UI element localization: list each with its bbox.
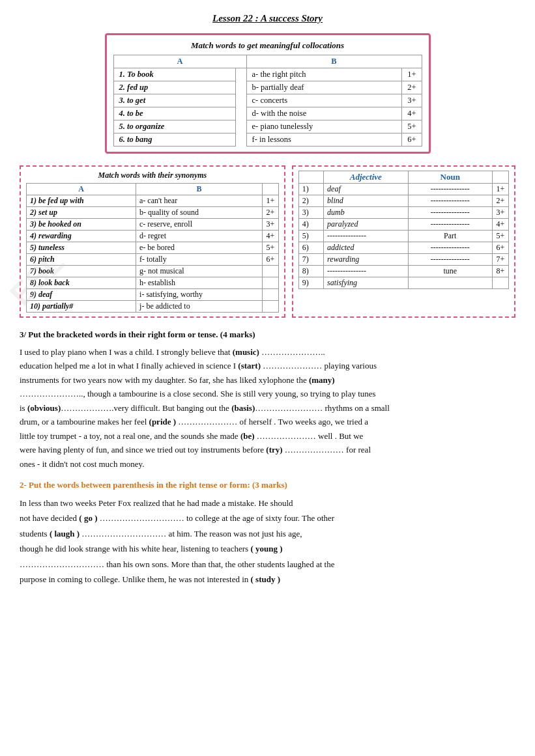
table-row: 10) partially# j- be addicted to xyxy=(27,301,279,313)
section4: 2- Put the words between parenthesis in … xyxy=(20,480,515,587)
adj-col-adj-header: Adjective xyxy=(324,171,408,184)
table-row: 4. to be d- with the noise 4+ xyxy=(113,107,422,120)
adj-noun-box: Adjective Noun 1) deaf --------------- 1… xyxy=(292,165,515,318)
table-row: 4) paralyzed --------------- 4+ xyxy=(298,219,508,231)
table-row: 6. to bang f- in lessons 6+ xyxy=(113,133,422,147)
synonyms-instruction: Match words with their synonyms xyxy=(26,171,279,180)
section1-box: Match words to get meaningful collocatio… xyxy=(105,33,431,154)
adj-col-noun-header: Noun xyxy=(408,171,492,184)
section2-wrapper: Match words with their synonyms A B 1) b… xyxy=(20,165,515,318)
table-row: 1) be fed up with a- can't hear 1+ xyxy=(27,195,279,207)
table-row: 2) set up b- quality of sound 2+ xyxy=(27,207,279,219)
page-title: Lesson 22 : A success Story xyxy=(20,13,515,24)
section1-table: A B 1. To book a- the right pitch 1+ 2. … xyxy=(113,55,422,147)
table-row: 5) tuneless e- be bored 5+ xyxy=(27,242,279,254)
synonyms-table: A B 1) be fed up with a- can't hear 1+ 2… xyxy=(26,183,279,313)
table-row: 2) blind --------------- 2+ xyxy=(298,195,508,207)
col-b-header: B xyxy=(246,55,422,68)
section4-title: 2- Put the words between parenthesis in … xyxy=(20,480,515,490)
table-row: 5) --------------- Part 5+ xyxy=(298,231,508,242)
adj-noun-table: Adjective Noun 1) deaf --------------- 1… xyxy=(298,171,509,289)
table-row: 6) addicted --------------- 6+ xyxy=(298,242,508,254)
table-row: 3) dumb --------------- 3+ xyxy=(298,207,508,219)
adj-col-num-header xyxy=(298,171,323,184)
section1-instruction: Match words to get meaningful collocatio… xyxy=(113,40,422,51)
table-row: 6) pitch f- totally 6+ xyxy=(27,254,279,266)
table-row: 1. To book a- the right pitch 1+ xyxy=(113,68,422,81)
table-row: 8) --------------- tune 8+ xyxy=(298,266,508,277)
table-row: 3. to get c- concerts 3+ xyxy=(113,94,422,107)
adj-col-score-header xyxy=(493,171,509,184)
col-a-header: A xyxy=(113,55,246,68)
table-row: 9) satisfying xyxy=(298,277,508,289)
table-row: 3) be hooked on c- reserve, enroll 3+ xyxy=(27,219,279,231)
section3-title: 3/ Put the bracketed words in their righ… xyxy=(20,329,515,340)
table-row: 1) deaf --------------- 1+ xyxy=(298,184,508,195)
syn-col-b-header: B xyxy=(136,184,263,195)
table-row: 9) deaf i- satisfying, worthy xyxy=(27,289,279,301)
table-row: 7) book g- not musical xyxy=(27,266,279,277)
syn-col-score-header xyxy=(262,184,278,195)
section4-body: In less than two weeks Peter Fox realize… xyxy=(20,496,515,587)
synonyms-box: Match words with their synonyms A B 1) b… xyxy=(20,165,285,318)
table-row: 4) rewarding d- regret 4+ xyxy=(27,231,279,242)
table-row: 5. to organize e- piano tunelessly 5+ xyxy=(113,120,422,133)
section3: 3/ Put the bracketed words in their righ… xyxy=(20,329,515,471)
section3-body: I used to play piano when I was a child.… xyxy=(20,345,515,471)
table-row: 8) look back h- establish xyxy=(27,277,279,289)
table-row: 7) rewarding --------------- 7+ xyxy=(298,254,508,266)
syn-col-a-header: A xyxy=(27,184,136,195)
table-row: 2. fed up b- partially deaf 2+ xyxy=(113,81,422,94)
